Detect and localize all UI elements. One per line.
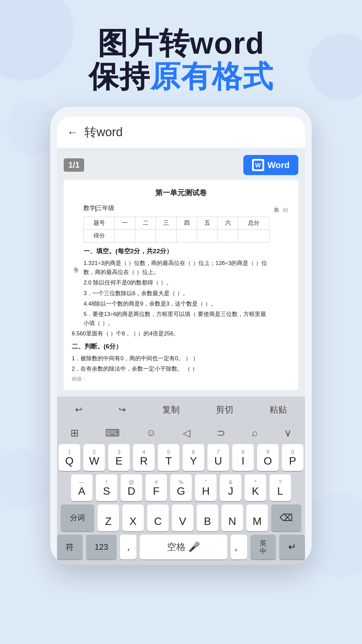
table-cell	[135, 229, 156, 242]
doc-main-content: 数学三年级 题号 一 二 三 四 五 六 总分	[83, 203, 269, 329]
table-header-row: 题号 一 二 三 四 五 六 总分	[84, 217, 269, 229]
undo-button[interactable]: ↩	[70, 403, 88, 416]
table-cell: 一	[115, 217, 135, 229]
judge-item-2: 2．在有余数的除法中，余数一定小于除数。 （ ）	[72, 364, 290, 373]
doc-item-5: 5．要使13÷6的商是两位数，方框里可以填（ 要使商是三位数，方框里最小填（ ）…	[83, 310, 269, 328]
key-y[interactable]: 6Y	[183, 444, 204, 471]
key-g[interactable]: %G	[170, 474, 192, 501]
comma-key[interactable]: ，	[120, 535, 136, 559]
keyboard-row-2: —A ！S @D #F %G "H &J *K ?L	[57, 474, 305, 501]
table-cell	[115, 229, 135, 242]
key-n[interactable]: N	[222, 504, 243, 531]
table-cell: 五	[197, 217, 218, 229]
key-c[interactable]: C	[147, 504, 169, 531]
screen-title: 转word	[84, 124, 123, 141]
table-cell	[197, 229, 218, 242]
num-key[interactable]: 123	[86, 535, 117, 559]
keyboard-icon[interactable]: ⌨	[105, 427, 120, 439]
key-r[interactable]: 4R	[133, 444, 155, 471]
key-v[interactable]: V	[172, 504, 193, 531]
key-j[interactable]: &J	[220, 474, 241, 501]
cursor-icon[interactable]: ◁	[183, 427, 190, 439]
app-screen: ← 转word 1/1 W Word 第一单元测试卷	[57, 117, 305, 565]
table-cell	[176, 229, 197, 242]
paste-button[interactable]: 粘贴	[264, 402, 292, 417]
key-k[interactable]: *K	[245, 474, 266, 501]
table-cell: 三	[156, 217, 176, 229]
lang-key[interactable]: 英中	[250, 535, 276, 559]
table-cell: 六	[218, 217, 238, 229]
doc-item-4: 4.48除以一个数的商是9，余数是3，这个数是（ ）。	[83, 299, 269, 308]
doc-item-1: 1.321÷3的商是（ ）位数，商的最高位在（ ）位上；126÷3的商是（ ）位…	[83, 259, 269, 277]
word-icon: W	[252, 159, 264, 171]
table-score-row: 得分	[84, 229, 269, 242]
svg-text:W: W	[255, 162, 261, 169]
key-p[interactable]: 0P	[282, 444, 303, 471]
page-indicator: 1/1	[64, 158, 84, 172]
fn-key[interactable]: 符	[57, 535, 83, 559]
document-content[interactable]: 第一单元测试卷 学号： 数学三年级 题号 一 二 三	[64, 180, 298, 390]
key-t[interactable]: 5T	[158, 444, 179, 471]
space-key[interactable]: 空格 🎤	[140, 535, 227, 559]
document-area: 1/1 W Word 第一单元测试卷 学号：	[57, 148, 305, 397]
word-export-button[interactable]: W Word	[243, 155, 298, 175]
class-label: 班级：	[72, 375, 290, 383]
keyboard-row-3: 分词 Z X C V B N M ⌫	[57, 504, 305, 531]
enter-key[interactable]: ↵	[279, 535, 305, 559]
key-m[interactable]: M	[246, 504, 268, 531]
link-icon[interactable]: ⊃	[217, 427, 225, 439]
table-cell: 总分	[238, 217, 269, 229]
hero-prefix: 保持	[88, 60, 150, 93]
doc-item-6: 6.560里面有（ ）个8，（ ）的4倍是256。	[72, 329, 290, 338]
keyboard-toolbar: ↩ ↪ 复制 剪切 粘贴	[57, 397, 305, 422]
key-b[interactable]: B	[197, 504, 218, 531]
score-table: 题号 一 二 三 四 五 六 总分 得分	[83, 217, 269, 243]
key-s[interactable]: ！S	[96, 474, 117, 501]
phone-mockup: ← 转word 1/1 W Word 第一单元测试卷	[50, 107, 312, 565]
keyboard-icon-bar: ⊞ ⌨ ☺ ◁ ⊃ ⌕ ∨	[57, 422, 305, 442]
section2-title: 二、判断。(6分）	[72, 341, 290, 352]
key-h[interactable]: "H	[195, 474, 217, 501]
key-l[interactable]: ?L	[269, 474, 291, 501]
doc-item-2: 2.0 除以任何不是0的数都得（ ）。	[83, 278, 269, 287]
doc-item-3: 3．一个三位数除以6，余数最大是（ ）。	[83, 289, 269, 298]
name-label: 姓名：封	[272, 203, 290, 329]
key-a[interactable]: —A	[71, 474, 93, 501]
doc-title: 第一单元测试卷	[72, 186, 290, 199]
keyboard-row-1: 1Q 2W 3E 4R 5T 6Y 7U 8I 9O 0P	[57, 444, 305, 471]
key-z[interactable]: Z	[98, 504, 119, 531]
collapse-icon[interactable]: ∨	[284, 427, 292, 439]
word-button-label: Word	[267, 160, 290, 170]
key-w[interactable]: 2W	[83, 444, 105, 471]
top-bar: ← 转word	[57, 117, 305, 148]
table-cell: 题号	[84, 217, 115, 229]
key-q[interactable]: 1Q	[59, 444, 80, 471]
hero-blue-text: 原有格式	[150, 60, 274, 93]
doc-toolbar: 1/1 W Word	[64, 155, 298, 175]
backspace-key[interactable]: ⌫	[271, 504, 301, 531]
redo-button[interactable]: ↪	[113, 403, 131, 416]
key-f[interactable]: #F	[145, 474, 167, 501]
emoji-icon[interactable]: ☺	[146, 427, 157, 438]
key-e[interactable]: 3E	[108, 444, 130, 471]
period-key[interactable]: 。	[231, 535, 247, 559]
grid-icon[interactable]: ⊞	[70, 427, 79, 439]
key-o[interactable]: 9O	[257, 444, 279, 471]
cut-button[interactable]: 剪切	[210, 402, 239, 417]
key-d[interactable]: @D	[121, 474, 142, 501]
key-i[interactable]: 8I	[232, 444, 254, 471]
subject-value: 数学三年级	[83, 203, 114, 213]
table-cell	[156, 229, 176, 242]
search-icon[interactable]: ⌕	[252, 427, 258, 438]
back-button[interactable]: ←	[67, 126, 78, 139]
key-x[interactable]: X	[122, 504, 144, 531]
table-cell: 二	[135, 217, 156, 229]
shift-key[interactable]: 分词	[61, 504, 94, 531]
table-cell	[218, 229, 238, 242]
key-u[interactable]: 7U	[207, 444, 229, 471]
copy-button[interactable]: 复制	[157, 402, 185, 417]
table-cell: 四	[176, 217, 197, 229]
table-cell: 得分	[84, 229, 115, 242]
judge-item-1: 1．被除数的中间有0，商的中间也一定有0。 ） ）	[72, 354, 290, 363]
keyboard-bottom-row: 符 123 ， 空格 🎤 。 英中 ↵	[57, 535, 305, 559]
